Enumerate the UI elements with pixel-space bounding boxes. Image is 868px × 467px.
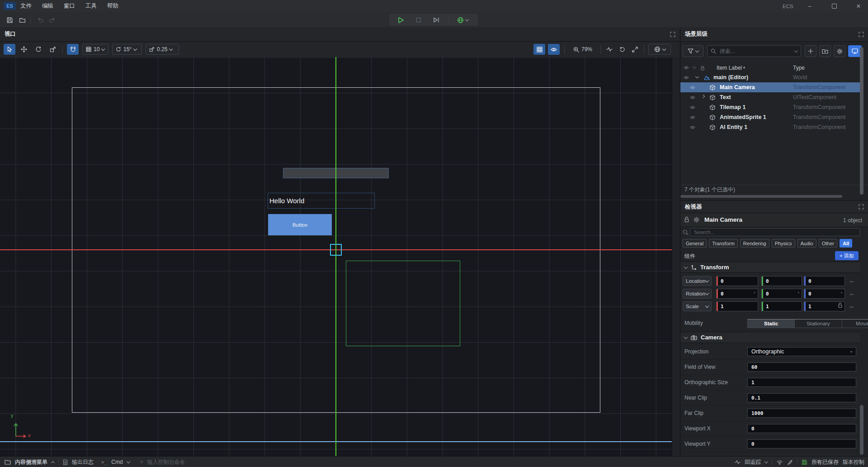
- console-input[interactable]: 输入控制台命令: [147, 458, 185, 466]
- eye-icon[interactable]: [690, 125, 695, 129]
- tab-transform[interactable]: Transform: [709, 239, 738, 248]
- inspector-search-input[interactable]: [693, 229, 857, 235]
- show-grid-toggle[interactable]: [533, 44, 545, 55]
- mobility-movable[interactable]: Movable: [842, 319, 868, 328]
- scale-x-field[interactable]: 1: [716, 301, 758, 311]
- eye-icon[interactable]: [690, 115, 695, 119]
- chevron-right-icon[interactable]: [701, 95, 705, 98]
- reset-view-button[interactable]: [617, 44, 627, 55]
- hierarchy-search[interactable]: [707, 45, 801, 57]
- chevron-down-icon[interactable]: [764, 460, 768, 463]
- rotate-tool-button[interactable]: [33, 44, 44, 55]
- tree-row-text[interactable]: Text UITextComponent: [680, 92, 863, 102]
- minimize-button[interactable]: −: [807, 3, 813, 10]
- play-button[interactable]: [396, 15, 406, 25]
- open-button[interactable]: [17, 15, 27, 25]
- viewport-x-input[interactable]: 0: [747, 424, 856, 433]
- rotation-x-field[interactable]: 0°: [716, 289, 758, 299]
- location-x-field[interactable]: 0: [716, 276, 758, 286]
- tree-row-main-camera[interactable]: Main Camera TransformComponent: [680, 82, 863, 92]
- lock-icon[interactable]: [684, 217, 689, 223]
- tree-row-label[interactable]: Text: [720, 94, 731, 100]
- menu-window[interactable]: 窗口: [64, 2, 75, 10]
- save-button[interactable]: [5, 15, 14, 25]
- location-dropdown[interactable]: Location: [683, 276, 712, 286]
- stats-button[interactable]: [604, 44, 615, 55]
- scale-dropdown[interactable]: Scale: [683, 301, 712, 311]
- eye-icon[interactable]: [684, 76, 689, 80]
- eye-icon[interactable]: [690, 86, 695, 90]
- location-y-field[interactable]: 0: [761, 276, 802, 286]
- add-entity-button[interactable]: [805, 45, 816, 57]
- link-axes-icon[interactable]: ↔: [849, 290, 854, 297]
- rotation-y-field[interactable]: 0°: [761, 289, 802, 299]
- panel-expand-icon[interactable]: [670, 32, 675, 37]
- rotate-snap-dropdown[interactable]: 15°: [112, 44, 142, 55]
- fullscreen-button[interactable]: [629, 44, 640, 55]
- menu-edit[interactable]: 编辑: [42, 2, 53, 10]
- green-region-rect[interactable]: [346, 261, 460, 346]
- tree-row-ai-entity[interactable]: AI Entity 1 TransformComponent: [680, 122, 863, 132]
- world-run-dropdown[interactable]: [455, 15, 470, 25]
- move-tool-button[interactable]: [18, 44, 30, 55]
- link-axes-icon[interactable]: ↔: [849, 277, 854, 284]
- scale-y-field[interactable]: 1: [761, 301, 802, 311]
- chevron-down-icon[interactable]: [695, 75, 699, 78]
- gear-icon[interactable]: [693, 217, 699, 223]
- tree-row-label[interactable]: main (Editor): [713, 74, 748, 81]
- visibility-toggle[interactable]: [548, 44, 560, 55]
- close-button[interactable]: ×: [855, 3, 862, 10]
- viewport-y-input[interactable]: 0: [747, 439, 856, 448]
- tab-physics[interactable]: Physics: [772, 239, 795, 248]
- camera-gizmo[interactable]: [330, 244, 342, 256]
- new-folder-button[interactable]: [819, 45, 831, 57]
- undo-button[interactable]: [35, 15, 45, 25]
- tree-row-label[interactable]: Tilemap 1: [720, 104, 745, 110]
- eye-icon[interactable]: [690, 105, 695, 110]
- hierarchy-settings-button[interactable]: [834, 45, 845, 57]
- eye-icon[interactable]: [690, 95, 695, 100]
- inspector-search[interactable]: [690, 228, 860, 236]
- rotation-dropdown[interactable]: Rotation: [683, 289, 712, 299]
- unlock-icon[interactable]: [838, 303, 843, 308]
- chevron-down-icon[interactable]: [126, 460, 130, 463]
- chevron-up-icon[interactable]: [51, 461, 55, 464]
- inspector-vscrollbar[interactable]: [860, 405, 863, 455]
- panel-expand-icon[interactable]: [859, 32, 864, 37]
- ui-text-box[interactable]: Hello World: [268, 193, 375, 209]
- add-component-button[interactable]: + 添加: [835, 251, 859, 260]
- transform-section-header[interactable]: Transform: [680, 262, 860, 273]
- mobility-stationary[interactable]: Stationary: [795, 319, 842, 328]
- mobility-static[interactable]: Static: [748, 319, 795, 328]
- tab-general[interactable]: General: [683, 239, 707, 248]
- hierarchy-hscrollbar[interactable]: [680, 195, 842, 198]
- rotation-z-field[interactable]: 0°: [804, 289, 845, 299]
- location-z-field[interactable]: 0: [804, 276, 845, 286]
- content-drawer-button[interactable]: 内容侧滑菜单: [15, 458, 47, 466]
- stop-button[interactable]: [414, 15, 424, 25]
- link-axes-icon[interactable]: ↔: [849, 303, 854, 310]
- stylus-icon[interactable]: [787, 459, 793, 465]
- maximize-button[interactable]: [831, 3, 837, 10]
- tree-row-tilemap[interactable]: Tilemap 1 TransformComponent: [680, 102, 863, 112]
- trace-button[interactable]: 回追踪: [745, 458, 761, 466]
- projection-dropdown[interactable]: Orthographic ▾: [747, 347, 856, 356]
- scale-snap-dropdown[interactable]: 0.25: [146, 44, 179, 55]
- ui-button[interactable]: Button: [268, 214, 332, 235]
- hierarchy-search-input[interactable]: [719, 48, 792, 55]
- tree-row-label[interactable]: Main Camera: [720, 84, 755, 91]
- tree-row-label[interactable]: AI Entity 1: [720, 124, 747, 130]
- app-logo[interactable]: ES: [4, 2, 16, 10]
- tab-rendering[interactable]: Rendering: [740, 239, 769, 248]
- tab-other[interactable]: Other: [819, 239, 838, 248]
- zoom-level-button[interactable]: 79%: [569, 44, 597, 55]
- menu-tools[interactable]: 工具: [85, 2, 97, 10]
- tree-row-animatedsprite[interactable]: AnimatedSprite 1 TransformComponent: [680, 112, 863, 122]
- panel-expand-icon[interactable]: [859, 204, 864, 210]
- viewport-scroll-gutter[interactable]: [672, 57, 680, 456]
- filter-button[interactable]: [683, 45, 703, 57]
- tree-row-label[interactable]: AnimatedSprite 1: [720, 114, 766, 120]
- tree-row-world[interactable]: main (Editor) World: [680, 72, 863, 82]
- field-of-view-input[interactable]: 60: [747, 362, 856, 372]
- version-control-button[interactable]: 版本控制: [843, 458, 864, 466]
